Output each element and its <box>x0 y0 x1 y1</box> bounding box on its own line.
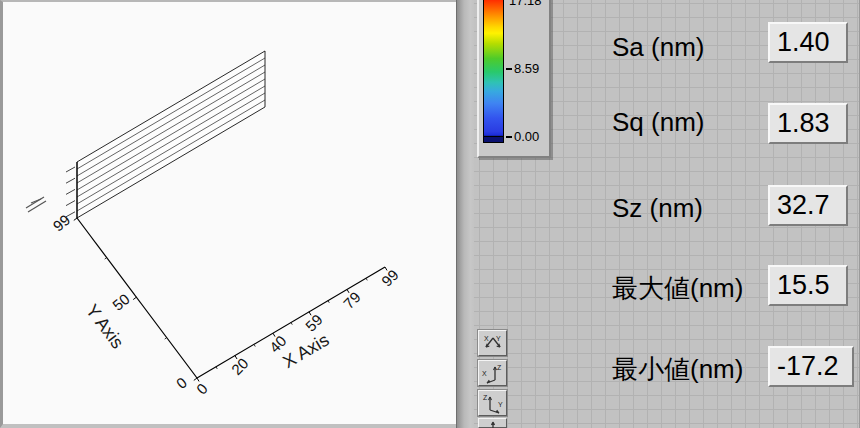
surface-graph-window[interactable]: 0204059799905099 X Axis Y Axis <box>0 0 459 428</box>
svg-text:0: 0 <box>193 380 211 398</box>
max-value-label: 最大値(nm) <box>612 271 743 306</box>
sz-label: Sz (nm) <box>612 193 703 224</box>
svg-text:Y: Y <box>496 335 501 342</box>
color-scale-max-label: 17.18 <box>509 0 542 7</box>
xy-projection-icon: X Y <box>481 333 505 354</box>
min-value-label: 最小値(nm) <box>612 352 743 387</box>
sq-value-box: 1.83 <box>768 103 848 144</box>
svg-text:Z: Z <box>497 364 502 371</box>
zy-projection-icon: Z Y <box>481 393 505 414</box>
svg-text:X: X <box>482 370 487 377</box>
max-value-box: 15.5 <box>768 265 848 306</box>
window-edge-strip <box>456 0 475 428</box>
svg-text:Y: Y <box>498 401 503 408</box>
sz-value-box: 32.7 <box>768 185 848 226</box>
svg-text:50: 50 <box>109 290 133 314</box>
color-scale-mid-tick <box>506 68 512 70</box>
projection-zy-button[interactable]: Z Y <box>478 390 507 416</box>
sq-label: Sq (nm) <box>612 107 704 138</box>
projection-xy-button[interactable]: X Y <box>478 330 507 356</box>
color-scale-min-label: 0.00 <box>514 130 539 143</box>
min-value-box: -17.2 <box>768 346 854 387</box>
view-3d-icon <box>481 420 505 428</box>
sa-label: Sa (nm) <box>612 32 704 63</box>
color-scale-gradient <box>483 0 504 143</box>
x-axis-title: X Axis <box>279 330 332 373</box>
projection-xz-button[interactable]: Z X <box>478 360 507 386</box>
svg-text:0: 0 <box>173 374 190 392</box>
svg-text:Z: Z <box>483 394 488 401</box>
color-scale-mid-label: 8.59 <box>514 62 539 75</box>
view-3d-button[interactable] <box>478 418 507 428</box>
color-scale-min-tick <box>506 136 512 138</box>
labview-front-panel: 0204059799905099 X Axis Y Axis 17.18 8.5… <box>0 0 860 428</box>
surface-3d-plot[interactable]: 0204059799905099 X Axis Y Axis <box>0 0 459 428</box>
plot-back-wall <box>26 51 265 218</box>
svg-text:X: X <box>484 335 489 342</box>
sa-value-box: 1.40 <box>768 22 848 63</box>
xz-projection-icon: Z X <box>481 363 505 384</box>
